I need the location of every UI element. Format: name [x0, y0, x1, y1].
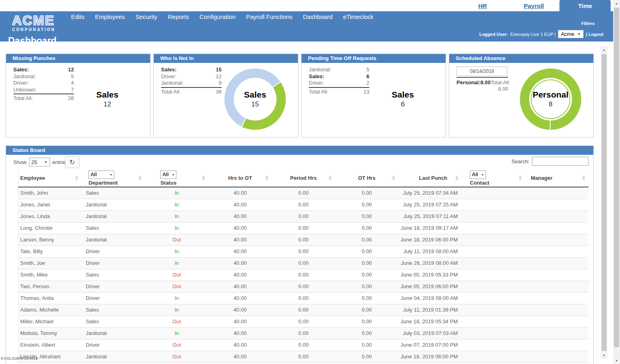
sort-icon[interactable] — [202, 176, 205, 181]
column-header-contact[interactable]: All▼Contact — [462, 169, 525, 187]
cell-employee: Long, Christie — [19, 222, 82, 234]
scroll-down-icon[interactable]: ▼ — [613, 357, 620, 364]
column-header-period-hrs[interactable]: Period Hrs — [272, 169, 335, 187]
absence-total-value: 8.00 — [457, 86, 508, 92]
cell-manager — [525, 210, 589, 222]
column-label: Status — [160, 180, 176, 186]
filter-select-contact[interactable]: All▼ — [470, 171, 486, 179]
sort-icon[interactable] — [75, 176, 78, 181]
table-row: Thomas, AnitaDriverIn40.000.000.00June 0… — [19, 292, 589, 304]
cell-period-hrs: 0.00 — [272, 351, 335, 362]
scrollbar-thumb[interactable] — [614, 8, 619, 347]
table-row: Smith, JoeDriverIn40.000.000.00June 26, … — [19, 257, 589, 269]
cell-period-hrs: 0.00 — [272, 187, 335, 199]
sort-icon[interactable] — [138, 176, 142, 181]
logout-button[interactable]: | Logout — [586, 32, 603, 37]
filter-value: All — [90, 172, 96, 177]
stat-value: 12 — [68, 67, 74, 73]
column-header-last-punch[interactable]: Last Punch — [398, 169, 462, 187]
menu-item-configuration[interactable]: Configuration — [199, 13, 235, 20]
column-header-status[interactable]: All▼Status — [145, 169, 208, 187]
version-text: 8.0.51.219/03-15-2019 — [1, 356, 38, 360]
filter-value: All — [472, 172, 478, 177]
page-size-select[interactable]: 25 ▼ — [29, 158, 50, 166]
donut-chart-who-is-not-in[interactable]: Sales15 — [224, 69, 286, 130]
sort-icon[interactable] — [582, 176, 585, 181]
sort-icon[interactable] — [392, 176, 395, 181]
status-board-panel: Status Board Show 25 ▼ entries ↻ Search:… — [6, 146, 594, 364]
company-select[interactable]: Acme ▼ — [558, 30, 583, 38]
stat-value: 2 — [367, 80, 369, 87]
tab-hr[interactable]: HR — [457, 0, 508, 11]
cell-period-hrs: 0.00 — [272, 234, 335, 245]
cell-employee: Mottola, Tommy — [19, 327, 82, 339]
stat-value: 12 — [216, 73, 222, 80]
table-controls: Show 25 ▼ entries ↻ Search: — [6, 155, 593, 169]
cell-period-hrs: 0.00 — [272, 210, 335, 222]
stat-value: 13 — [364, 89, 369, 96]
scrollbar-thumb[interactable] — [601, 54, 607, 351]
cell-hrs-to-ot: 40.00 — [208, 222, 272, 234]
menu-item-edits[interactable]: Edits — [71, 13, 84, 20]
absence-date-input[interactable]: 08/14/2019 — [457, 67, 507, 76]
menu-item-security[interactable]: Security — [136, 13, 157, 20]
cell-hrs-to-ot: 40.00 — [208, 199, 272, 210]
cell-contact — [462, 187, 525, 199]
refresh-button[interactable]: ↻ — [65, 156, 80, 168]
menu-item-dashboard[interactable]: Dashboard — [303, 13, 333, 20]
stat-janitorial: Janitorial:5 — [309, 67, 369, 73]
cell-department: Driver — [82, 257, 145, 269]
column-header-department[interactable]: All▼Department — [82, 169, 145, 187]
tab-payroll[interactable]: Payroll — [508, 0, 559, 11]
scroll-up-icon[interactable]: ▲ — [601, 46, 607, 53]
filters-button[interactable]: Filters — [581, 21, 595, 26]
content-scrollbar[interactable]: ▲ ▼ — [601, 46, 607, 359]
cell-period-hrs: 0.00 — [272, 327, 335, 339]
sort-icon[interactable] — [455, 176, 459, 181]
column-header-ot-hrs[interactable]: OT Hrs — [335, 169, 398, 187]
table-row: Adams, MichelleSalesIn40.000.000.00July … — [19, 304, 589, 316]
scroll-up-icon[interactable]: ▲ — [613, 0, 620, 7]
tab-time[interactable]: Time — [559, 0, 611, 11]
search-input[interactable] — [532, 157, 589, 166]
sort-icon[interactable] — [265, 176, 268, 181]
table-row: Long, ChristieSalesIn40.000.000.00June 1… — [19, 222, 589, 234]
column-header-manager[interactable]: Manager — [525, 169, 589, 187]
cell-ot-hrs: 0.00 — [335, 210, 398, 222]
stats-list: Sales:15Driver:12Janitorial:9Total All:3… — [161, 67, 222, 95]
donut-chart-scheduled-absence[interactable]: Personal8 — [520, 69, 581, 130]
cell-status: Out — [145, 269, 208, 281]
cell-contact — [462, 222, 525, 234]
menu-item-payroll-functions[interactable]: Payroll Functions — [246, 13, 293, 20]
panel-body: Janitorial:5Sales:6Driver:2Total All:13S… — [302, 63, 446, 137]
menu-item-employees[interactable]: Employees — [95, 13, 125, 20]
stat-total-all: Total All:28 — [13, 95, 74, 102]
cell-period-hrs: 0.00 — [272, 269, 335, 281]
stat-label: Sales: — [309, 73, 324, 80]
column-header-hrs-to-ot[interactable]: Hrs to OT — [208, 169, 272, 187]
menu-item-reports[interactable]: Reports — [168, 13, 189, 20]
stat-driver: Driver:4 — [13, 80, 74, 87]
stat-value: 6 — [367, 73, 369, 80]
cell-last-punch: June 05, 2019 05:33 PM — [398, 269, 462, 281]
donut-chart-pending-time-off-requests[interactable]: Sales6 — [372, 69, 434, 130]
sort-icon[interactable] — [329, 176, 332, 181]
filter-select-status[interactable]: All▼ — [160, 171, 176, 179]
cell-contact — [462, 269, 525, 281]
page-scrollbar[interactable]: ▲ ▼ — [613, 0, 620, 364]
column-header-employee[interactable]: Employee — [19, 169, 82, 187]
scroll-down-icon[interactable]: ▼ — [601, 352, 607, 359]
cell-status: Out — [145, 281, 208, 292]
cell-department: Driver — [82, 281, 145, 292]
cell-last-punch: June 18, 2019 09:17 AM — [398, 222, 462, 234]
stat-label: Unknown: — [13, 87, 37, 94]
stat-value: 28 — [68, 95, 74, 102]
column-label: OT Hrs — [358, 175, 375, 181]
donut-chart-missing-punches[interactable]: Sales12 — [77, 69, 138, 130]
cell-manager — [525, 316, 589, 327]
menu-item-etimeclock[interactable]: eTimeclock — [343, 13, 373, 20]
sort-icon[interactable] — [519, 176, 522, 181]
top-tabs: HRPayrollTime — [0, 0, 613, 11]
filter-select-department[interactable]: All▼ — [88, 171, 114, 179]
stat-total-all: Total All:13 — [309, 89, 369, 96]
